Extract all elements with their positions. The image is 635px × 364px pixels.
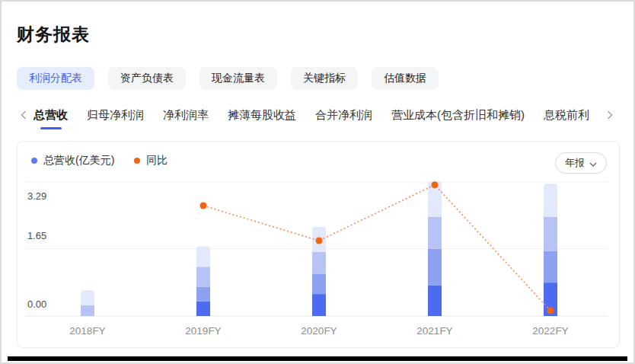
x-axis-label: 2020FY <box>301 325 337 337</box>
x-axis-label: 2018FY <box>69 325 105 337</box>
window-bottom-edge <box>8 356 627 361</box>
legend-label: 同比 <box>146 154 168 168</box>
report-type-tabs: 利润分配表资产负债表现金流量表关键指标估值数据 <box>17 67 439 90</box>
metric-item-总营收[interactable]: 总营收 <box>34 108 68 129</box>
y-tick-label: 3.29 <box>27 190 46 202</box>
metric-item-息税前利[interactable]: 息税前利 <box>544 108 589 129</box>
chevron-right-icon <box>607 109 613 123</box>
x-axis-label: 2022FY <box>532 325 568 337</box>
bar-segment <box>312 274 326 294</box>
bar-segment <box>81 290 94 305</box>
bar-segment <box>196 247 210 267</box>
tab-现金流量表[interactable]: 现金流量表 <box>199 67 277 90</box>
bar-segment <box>196 267 210 286</box>
bar-2022FY[interactable] <box>544 184 557 316</box>
metric-item-净利润率[interactable]: 净利润率 <box>163 108 209 129</box>
legend-dot-icon <box>31 158 37 164</box>
metric-item-合并净利润[interactable]: 合并净利润 <box>315 108 372 129</box>
legend-item-同比[interactable]: 同比 <box>134 154 168 168</box>
y-tick-label: 0.00 <box>27 299 46 310</box>
metric-nav: 总营收归母净利润净利润率摊薄每股收益合并净利润营业成本(包含折旧和摊销)息税前利 <box>17 108 621 131</box>
bar-2021FY[interactable] <box>428 181 442 316</box>
metric-items: 总营收归母净利润净利润率摊薄每股收益合并净利润营业成本(包含折旧和摊销)息税前利 <box>34 108 595 129</box>
chart-legend: 总营收(亿美元)同比 <box>31 154 168 168</box>
page-title: 财务报表 <box>17 23 90 46</box>
financial-report-panel: 财务报表 利润分配表资产负债表现金流量表关键指标估值数据 总营收归母净利润净利润… <box>2 2 633 362</box>
bar-2019FY[interactable] <box>196 247 210 316</box>
bar-segment <box>544 217 557 251</box>
bar-segment <box>428 249 442 286</box>
bar-segment <box>312 294 326 316</box>
bar-segment <box>196 286 210 301</box>
chart-card: 总营收(亿美元)同比 年报 0.001.653.292018FY2019FY20… <box>17 141 620 348</box>
yoy-line <box>203 185 550 311</box>
chevron-down-icon <box>589 156 597 170</box>
yoy-point[interactable] <box>316 238 323 244</box>
x-axis-label: 2021FY <box>416 325 452 337</box>
metric-item-营业成本(包含折旧和摊销)[interactable]: 营业成本(包含折旧和摊销) <box>391 108 525 129</box>
bar-segment <box>544 184 557 217</box>
bar-segment <box>196 302 210 316</box>
revenue-yoy-combo-chart[interactable]: 0.001.653.292018FY2019FY2020FY2021FY2022… <box>18 169 619 341</box>
period-selector-label: 年报 <box>565 156 585 170</box>
metric-item-归母净利润[interactable]: 归母净利润 <box>87 108 144 129</box>
y-tick-label: 1.65 <box>27 230 46 241</box>
metric-item-摊薄每股收益[interactable]: 摊薄每股收益 <box>228 108 296 129</box>
chevron-left-icon <box>21 109 27 123</box>
bar-segment <box>81 305 94 316</box>
tab-估值数据[interactable]: 估值数据 <box>372 67 439 90</box>
tab-关键指标[interactable]: 关键指标 <box>291 67 358 90</box>
nav-scroll-left-button[interactable] <box>17 108 30 123</box>
yoy-point[interactable] <box>432 181 439 188</box>
bar-segment <box>428 216 442 248</box>
yoy-point[interactable] <box>547 308 554 315</box>
x-axis-label: 2019FY <box>185 325 221 337</box>
yoy-point[interactable] <box>200 203 207 209</box>
bar-segment <box>544 251 557 283</box>
bar-segment <box>312 252 326 274</box>
legend-item-总营收(亿美元)[interactable]: 总营收(亿美元) <box>31 154 114 168</box>
tab-利润分配表[interactable]: 利润分配表 <box>17 67 94 90</box>
tab-资产负债表[interactable]: 资产负债表 <box>108 67 186 90</box>
bar-segment <box>428 286 442 316</box>
legend-label: 总营收(亿美元) <box>43 154 114 168</box>
bar-2018FY[interactable] <box>81 290 94 316</box>
legend-dot-icon <box>134 158 140 164</box>
nav-scroll-right-button[interactable] <box>603 108 617 123</box>
